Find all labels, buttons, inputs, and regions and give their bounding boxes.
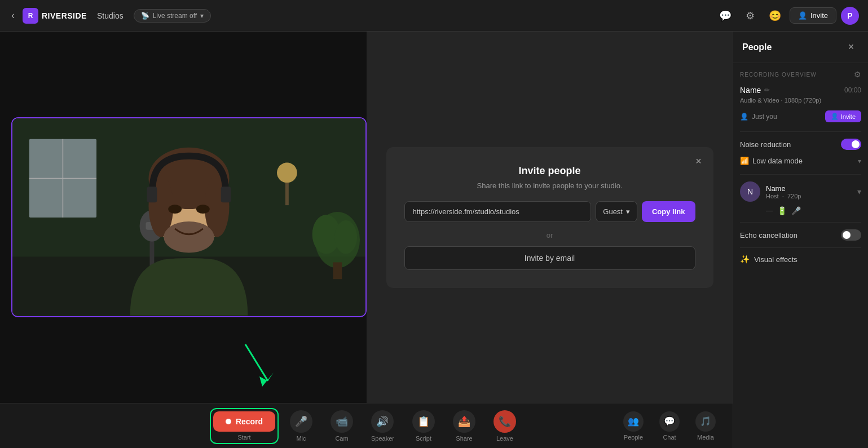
recording-overview-label: RECORDING OVERVIEW xyxy=(740,72,817,78)
speaker-button[interactable]: 🔊 Speaker xyxy=(364,406,401,446)
people-button[interactable]: 👥 People xyxy=(618,408,649,444)
studios-button[interactable]: Studios xyxy=(92,9,128,23)
just-you-left: 👤 Just you xyxy=(740,113,777,121)
visual-effects-label: Visual effects xyxy=(754,255,797,264)
copy-link-button[interactable]: Copy link xyxy=(642,201,695,222)
wifi-icon: 📡 xyxy=(141,12,149,20)
invite-person-icon: 👤 xyxy=(831,113,839,120)
chat-button[interactable]: 💬 Chat xyxy=(654,408,685,444)
participant-mic-icon: 🎤 xyxy=(791,206,801,215)
dash-label: — xyxy=(766,207,773,215)
emoji-icon-button[interactable]: 😊 xyxy=(765,6,785,26)
topbar-left: ‹ R RIVERSIDE Studios 📡 Live stream off … xyxy=(9,7,708,24)
sidebar-header: People × xyxy=(733,32,868,63)
media-button[interactable]: 🎵 Media xyxy=(690,408,721,444)
svg-point-10 xyxy=(277,163,297,183)
leave-button[interactable]: 📞 Leave xyxy=(487,406,523,446)
invite-button[interactable]: 👤 Invite xyxy=(790,7,836,24)
record-dot-icon xyxy=(226,419,231,424)
invite-modal-title: Invite people xyxy=(404,165,695,177)
invite-modal-subtitle: Share this link to invite people to your… xyxy=(404,181,695,190)
avatar[interactable]: P xyxy=(841,7,859,25)
sidebar: People × RECORDING OVERVIEW ⚙ Name ✏ 00:… xyxy=(733,32,868,448)
share-button[interactable]: 📤 Share xyxy=(446,406,482,446)
participant-extra: — 🔋 🎤 xyxy=(766,206,861,215)
svg-rect-23 xyxy=(221,187,231,202)
invite-by-email-button[interactable]: Invite by email xyxy=(404,246,695,270)
divider-4 xyxy=(740,247,861,248)
record-start-label: Start xyxy=(237,434,250,441)
low-data-row[interactable]: 📶 Low data mode ▾ xyxy=(740,157,861,165)
noise-reduction-row: Noise reduction xyxy=(740,139,861,150)
chat-icon: 💬 xyxy=(659,411,680,432)
participant-avatar: N xyxy=(740,181,760,202)
svg-point-8 xyxy=(334,220,357,254)
divider-2 xyxy=(740,174,861,175)
invite-link-input[interactable] xyxy=(404,201,592,222)
speaker-label: Speaker xyxy=(371,435,394,442)
people-label: People xyxy=(624,434,643,441)
logo-icon: R xyxy=(23,8,38,24)
noise-reduction-toggle[interactable] xyxy=(841,139,861,150)
bottom-bar: Record Start 🎤 Mic 📹 Cam 🔊 Speaker 📋 Scr… xyxy=(0,403,733,448)
video-area: × Invite people Share this link to invit… xyxy=(0,32,733,403)
low-data-label: Low data mode xyxy=(752,157,803,165)
participant-role: Host · 720p xyxy=(766,193,852,199)
invite-small-button[interactable]: 👤 Invite xyxy=(825,110,861,122)
sidebar-close-button[interactable]: × xyxy=(843,39,859,55)
invite-modal: × Invite people Share this link to invit… xyxy=(386,147,713,288)
live-stream-button[interactable]: 📡 Live stream off ▾ xyxy=(134,9,211,23)
bottom-right-controls: 👥 People 💬 Chat 🎵 Media xyxy=(618,408,721,444)
sidebar-content: RECORDING OVERVIEW ⚙ Name ✏ 00:00 Audio … xyxy=(733,63,868,448)
video-placeholder xyxy=(12,118,365,316)
settings-icon-button[interactable]: ⚙ xyxy=(740,6,760,26)
media-icon: 🎵 xyxy=(695,411,716,432)
logo-text: RIVERSIDE xyxy=(42,11,87,20)
participant-controls: ▾ xyxy=(857,187,861,196)
back-button[interactable]: ‹ xyxy=(9,7,17,24)
person-add-icon: 👤 xyxy=(798,11,807,20)
live-stream-label: Live stream off xyxy=(153,12,197,20)
svg-point-21 xyxy=(196,205,210,214)
invite-modal-close-button[interactable]: × xyxy=(691,154,707,170)
invite-modal-overlay: × Invite people Share this link to invit… xyxy=(367,32,733,403)
chevron-down-icon: ▾ xyxy=(200,12,204,20)
echo-cancel-toggle[interactable] xyxy=(841,229,861,241)
participant-battery-icon: 🔋 xyxy=(777,206,787,215)
mic-button[interactable]: 🎤 Mic xyxy=(283,406,319,446)
cam-button[interactable]: 📹 Cam xyxy=(324,406,360,446)
share-icon: 📤 xyxy=(453,410,475,433)
chat-label: Chat xyxy=(663,434,676,441)
script-icon: 📋 xyxy=(412,410,435,433)
session-quality: Audio & Video · 1080p (720p) xyxy=(740,97,861,104)
leave-icon: 📞 xyxy=(494,410,516,433)
recording-overview-header: RECORDING OVERVIEW ⚙ xyxy=(740,70,861,79)
echo-cancel-row: Echo cancellation xyxy=(740,229,861,241)
participant-chevron-icon[interactable]: ▾ xyxy=(857,187,861,196)
topbar-right: 💬 ⚙ 😊 👤 Invite P xyxy=(715,6,859,26)
svg-rect-11 xyxy=(285,183,289,205)
logo: R RIVERSIDE xyxy=(23,8,87,24)
participant-info: Name Host · 720p xyxy=(766,184,852,199)
divider-1 xyxy=(740,131,861,132)
video-bg-svg xyxy=(12,118,365,316)
low-data-left: 📶 Low data mode xyxy=(740,157,803,165)
center-area: × Invite people Share this link to invit… xyxy=(0,32,733,448)
person-icon: 👤 xyxy=(740,113,748,121)
svg-rect-9 xyxy=(333,262,342,279)
settings-small-icon[interactable]: ⚙ xyxy=(854,70,861,79)
script-label: Script xyxy=(416,435,431,442)
noise-reduction-label: Noise reduction xyxy=(740,140,791,149)
chat-icon-button[interactable]: 💬 xyxy=(715,6,735,26)
record-button-wrapper: Record Start xyxy=(213,411,275,441)
edit-icon[interactable]: ✏ xyxy=(764,86,770,94)
guest-dropdown[interactable]: Guest ▾ xyxy=(596,201,637,222)
video-tile xyxy=(11,117,367,317)
guest-label: Guest xyxy=(603,207,623,216)
participant-row: N Name Host · 720p ▾ xyxy=(740,181,861,202)
script-button[interactable]: 📋 Script xyxy=(406,406,442,446)
mic-icon: 🎤 xyxy=(290,410,312,433)
visual-effects-row[interactable]: ✨ Visual effects xyxy=(740,255,861,264)
mic-label: Mic xyxy=(296,435,306,442)
record-button[interactable]: Record xyxy=(213,411,275,432)
